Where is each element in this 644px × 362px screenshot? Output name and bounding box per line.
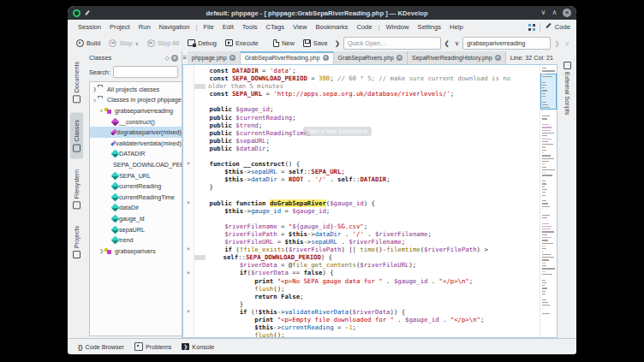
tab-close-icon[interactable]: × (397, 55, 402, 61)
editor-tab-grabsepariverreading-php[interactable]: GrabSepaRiverReading.php× (241, 51, 334, 64)
fold-arrow-icon[interactable]: ▼ (184, 308, 193, 316)
nav-back-dropdown[interactable]: ∨ (453, 39, 462, 47)
toolbar-overflow-button[interactable]: ❯ (333, 39, 342, 47)
tree-item-currentreadingtime[interactable]: currentReadingTime (90, 192, 182, 203)
stop-all-button[interactable]: Stop All (144, 37, 182, 50)
save-button[interactable]: Save (300, 37, 331, 50)
tree-chevron-icon[interactable]: ❯ (92, 86, 98, 92)
tree-item-grabseparivers[interactable]: ❯grabseparivers (90, 246, 182, 257)
fold-arrow-icon[interactable]: ▼ (184, 160, 193, 168)
quick-open-input[interactable]: Quick Open... (343, 37, 441, 50)
new-file-icon (273, 39, 279, 47)
classes-search-input[interactable] (113, 66, 178, 78)
menu-item-file[interactable]: File (199, 23, 218, 31)
tree-chevron-icon[interactable]: ❯ (98, 248, 104, 253)
minimap-scrollbar[interactable] (540, 65, 557, 337)
editor-body[interactable]: ▼▼▼▼▼ const DATADIR = 'data'; const SEPA… (182, 64, 558, 338)
menu-item-window[interactable]: Window (382, 23, 414, 31)
build-button[interactable]: Build (73, 37, 104, 50)
tree-item-sepa-download-period[interactable]: SEPA_DOWNLOAD_PERIOD (90, 159, 182, 170)
nav-forward-button[interactable]: ❯ (552, 39, 561, 47)
tree-item-currentreading[interactable]: currentReading (90, 181, 182, 192)
area-switcher-icon[interactable] (528, 24, 535, 31)
editor-tab-separiverreadinghistory-php[interactable]: SepaRiverReadingHistory.php× (408, 51, 506, 64)
menu-item-bookmarks[interactable]: Bookmarks (311, 23, 352, 31)
menu-item-help[interactable]: Help (445, 23, 468, 31)
tree-chevron-icon[interactable]: ∨ (92, 98, 98, 103)
fold-arrow-icon[interactable]: ▼ (184, 270, 193, 277)
minimap-line (542, 107, 550, 108)
minimap-line (542, 127, 552, 128)
nav-back-button[interactable]: ❮ (443, 39, 451, 47)
tree-item-construct[interactable]: __construct() (90, 116, 182, 128)
tree-item-all-projects-classes[interactable]: ❯All projects classes (90, 84, 182, 95)
tree-item-trend[interactable]: trend (90, 234, 182, 246)
fold-arrow-icon[interactable]: ▼ (184, 199, 193, 207)
tree-item-datadir[interactable]: dataDir (90, 203, 182, 214)
sidebar-tab-filesystem[interactable]: Filesystem (70, 163, 83, 216)
debug-icon (188, 39, 195, 46)
tree-chevron-icon[interactable]: ∨ (98, 108, 104, 113)
minimap-line (542, 146, 546, 147)
save-icon (303, 39, 311, 47)
class-icon (104, 247, 112, 255)
new-button[interactable]: New (270, 37, 298, 50)
code-line: public $dataDir; (194, 145, 540, 152)
tree-item-datadir[interactable]: DATADIR (90, 149, 182, 160)
minimap-line (542, 161, 549, 162)
detach-panel-icon[interactable]: ◇ (164, 55, 171, 62)
menu-item-settings[interactable]: Settings (414, 23, 445, 31)
tree-item-grabsepariverreading[interactable]: ∨grabsepariverreading (90, 105, 182, 116)
minimize-button[interactable]: ∨ (538, 6, 549, 20)
fold-arrow-icon[interactable]: ▼ (184, 246, 193, 253)
tab-close-icon[interactable]: × (323, 55, 329, 61)
tree-item-sepaurl[interactable]: sepaURL (90, 224, 182, 235)
menu-item-navigation[interactable]: Navigation (155, 23, 194, 31)
stop-button[interactable]: Stop∨ (105, 37, 142, 50)
tree-item-gauge-id[interactable]: gauge_id (90, 213, 182, 224)
menu-item-view[interactable]: View (289, 23, 311, 31)
debug-button[interactable]: Debug (184, 37, 220, 50)
folder-icon (98, 86, 104, 92)
menu-item-code[interactable]: Code (352, 23, 376, 31)
nav-forward-dropdown[interactable]: ∨ (564, 39, 572, 47)
menu-item-session[interactable]: Session (74, 23, 105, 31)
tree-item-dograbsepariver-mixed[interactable]: dograbsepariver(mixed) (90, 127, 182, 138)
code-area-label[interactable]: Code (555, 23, 570, 31)
bottombar-button-problems[interactable]: Problems (131, 341, 175, 353)
bottombar-button-code-browser[interactable]: {}Code Browser (75, 341, 128, 353)
minimap-line (542, 70, 555, 71)
sidebar-tab-external-scripts[interactable]: External Scripts (561, 56, 574, 120)
tab-close-icon[interactable]: × (230, 55, 236, 61)
tree-item-classes-in-project-phppage[interactable]: ∨Classes in project phppage (90, 95, 182, 106)
sidebar-tab-documents[interactable]: Documents (70, 55, 83, 110)
tree-item-sepa-url[interactable]: SEPA_URL (90, 170, 182, 181)
menu-item-tools[interactable]: Tools (238, 23, 262, 31)
close-button[interactable]: × (563, 9, 571, 17)
tree-item-validateriverdata-mixed[interactable]: validateriverdata(mixed) (90, 138, 182, 149)
bottom-toolbar: {}Code BrowserProblems❯Konsole (68, 338, 576, 354)
menu-item-ctags[interactable]: CTags (262, 23, 289, 31)
sidebar-tab-classes[interactable]: Classes (70, 113, 83, 159)
execute-button[interactable]: Execute (222, 37, 262, 50)
minimap-line (542, 158, 554, 159)
bottombar-button-konsole[interactable]: ❯Konsole (178, 341, 218, 353)
code-area[interactable]: const DATADIR = 'data'; const SEPA_DOWNL… (194, 65, 540, 337)
titlebar[interactable]: default: phppage - [ phppage:GrabSepaRiv… (68, 6, 576, 20)
close-panel-icon[interactable]: × (171, 55, 178, 62)
editor-tab-phppage-php[interactable]: phppage.php× (188, 51, 241, 64)
sidebar-tab-projects[interactable]: Projects (70, 219, 83, 265)
editor-tab-grabseparivers-php[interactable]: GrabSepaRivers.php× (334, 51, 408, 64)
menu-item-run[interactable]: Run (134, 23, 155, 31)
minimap-line (542, 302, 548, 303)
minimap-line (542, 183, 546, 184)
menu-item-project[interactable]: Project (105, 23, 134, 31)
code-line: public $currentReadingTime; (194, 129, 540, 137)
maximize-button[interactable]: ∧ (549, 6, 560, 20)
tab-close-icon[interactable]: × (495, 55, 501, 61)
fold-margin[interactable]: ▼▼▼▼▼ (183, 65, 194, 337)
tree-item-label: Classes in project phppage (107, 96, 182, 104)
search-combo[interactable]: grabsepariverreading (462, 37, 551, 50)
menu-item-edit[interactable]: Edit (218, 23, 238, 31)
code-line: return False; (194, 293, 540, 300)
